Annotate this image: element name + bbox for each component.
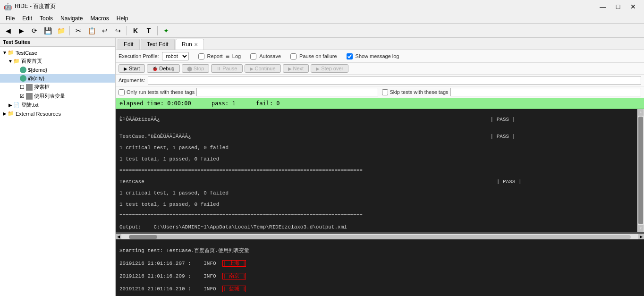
- execution-bar: Execution Profile: robot pybot jybot Rep…: [116, 50, 644, 63]
- report-label: Report: [207, 53, 223, 59]
- only-run-checkbox[interactable]: [119, 89, 125, 95]
- bottom-line-0: Starting test: TestCase.百度首页.使用列表变量: [119, 247, 640, 254]
- tab-run[interactable]: Run ✕: [176, 39, 204, 50]
- window-controls: — □ ✕: [596, 1, 640, 12]
- toolbar-sep-3: [157, 26, 158, 35]
- maximize-button[interactable]: □: [611, 1, 625, 12]
- toolbar-copy[interactable]: 📋: [85, 25, 98, 36]
- scrollbar-v[interactable]: ▲ ▼: [637, 109, 644, 232]
- skip-input[interactable]: [450, 88, 641, 96]
- skip-section: Skip tests with these tags: [382, 88, 642, 96]
- menu-bar: File Edit Tools Navigate Macros Help: [0, 13, 644, 24]
- menu-file[interactable]: File: [2, 14, 18, 23]
- toolbar-back[interactable]: ◀: [2, 25, 14, 36]
- pause-label: Pause on failure: [299, 53, 337, 59]
- tab-run-label: Run: [182, 41, 192, 48]
- minimize-button[interactable]: —: [596, 1, 610, 12]
- folder-icon-baidu: 📁: [13, 58, 20, 64]
- toolbar-k[interactable]: K: [129, 25, 142, 36]
- test-icon-search: [26, 84, 33, 91]
- tree-item-testcase[interactable]: ▼ 📁 TestCase: [0, 49, 115, 57]
- toolbar-save[interactable]: 💾: [42, 25, 54, 36]
- output-line-7: 1 critical test, 1 passed, 0 failed: [119, 190, 640, 196]
- toolbar-t[interactable]: T: [143, 25, 155, 36]
- tab-edit-label: Edit: [124, 41, 134, 48]
- pause-button[interactable]: ⏸ Pause: [211, 64, 242, 73]
- checkbox-list-var: ☑: [20, 93, 25, 99]
- var-icon-demo: [20, 67, 26, 73]
- output-bottom: Starting test: TestCase.百度首页.使用列表变量 2019…: [116, 239, 644, 296]
- output-line-9: Output: C:\Users\ADMINI~1\AppData\Local\…: [119, 224, 640, 230]
- toolbar-open[interactable]: 📁: [55, 25, 67, 36]
- file-icon-login: 📄: [13, 102, 20, 108]
- expand-external[interactable]: ▶: [2, 111, 8, 116]
- show-message-checkbox[interactable]: [347, 53, 353, 59]
- continue-button[interactable]: ▶ Continue: [245, 64, 281, 73]
- highlight-yancheng: | 盐城 |: [222, 286, 246, 292]
- folder-icon-external: 📁: [8, 110, 14, 117]
- tree-label-list-var: 使用列表变量: [34, 93, 65, 100]
- pause-label: Pause: [222, 66, 237, 71]
- toolbar-sep-1: [69, 26, 70, 35]
- profile-select[interactable]: robot pybot jybot: [162, 52, 189, 60]
- bottom-line-1: 20191216 21:01:16.207 : INFO | 上海 |: [119, 260, 640, 267]
- tree-item-external[interactable]: ▶ 📁 External Resources: [0, 110, 115, 118]
- step-over-button[interactable]: ▶ Step over: [311, 64, 348, 73]
- tree-item-list-var[interactable]: ☑ 使用列表变量: [0, 92, 115, 101]
- autosave-checkbox[interactable]: [250, 53, 256, 59]
- debug-button[interactable]: 🐞 Debug: [147, 64, 179, 73]
- menu-navigate[interactable]: Navigate: [57, 14, 86, 23]
- tab-edit[interactable]: Edit: [118, 39, 140, 50]
- only-run-input[interactable]: [196, 88, 378, 96]
- pause-checkbox[interactable]: [290, 53, 297, 59]
- start-icon: ▶: [124, 66, 127, 71]
- arguments-input[interactable]: [148, 76, 641, 85]
- output-area: È¹ÔÃÃÐ±i±eÃÂ¿ | PASS | TestCase.°ùÈúÊÚÄÃ…: [116, 109, 644, 296]
- output-line-5: 1 test total, 1 passed, 0 failed: [119, 156, 640, 162]
- test-icon-list-var: [26, 93, 33, 100]
- toolbar-reload[interactable]: ⟳: [28, 25, 41, 36]
- menu-macros[interactable]: Macros: [86, 14, 112, 23]
- close-button[interactable]: ✕: [626, 1, 640, 12]
- tree-label-city: @{city}: [28, 76, 44, 81]
- toolbar-undo[interactable]: ↩: [99, 25, 111, 36]
- tree-item-search[interactable]: ☐ 搜索框: [0, 83, 115, 92]
- tree-item-demo[interactable]: ${demo}: [0, 66, 115, 74]
- toolbar-forward[interactable]: ▶: [15, 25, 27, 36]
- tab-run-close[interactable]: ✕: [194, 42, 198, 47]
- expand-baidu[interactable]: ▼: [8, 59, 13, 64]
- menu-tools[interactable]: Tools: [36, 14, 57, 23]
- skip-checkbox[interactable]: [382, 89, 388, 95]
- menu-edit[interactable]: Edit: [18, 14, 36, 23]
- menu-help[interactable]: Help: [113, 14, 132, 23]
- report-checkbox[interactable]: [198, 53, 204, 59]
- start-button[interactable]: ▶ Start: [119, 64, 145, 73]
- continue-label: Continue: [255, 66, 276, 71]
- expand-login[interactable]: ▶: [8, 102, 13, 108]
- app-icon: 🤖: [4, 3, 12, 10]
- scroll-left[interactable]: ◀: [116, 234, 121, 240]
- next-icon: ▶: [288, 66, 292, 71]
- tab-bar: Edit Text Edit Run ✕: [116, 38, 644, 50]
- toolbar-run[interactable]: ✦: [160, 25, 172, 36]
- left-panel: Test Suites ▼ 📁 TestCase ▼ 📁 百度首页 ${demo…: [0, 38, 116, 296]
- toolbar: ◀ ▶ ⟳ 💾 📁 ✂ 📋 ↩ ↪ K T ✦: [0, 24, 644, 38]
- scroll-down[interactable]: ▼: [638, 225, 644, 232]
- tree-label-testcase: TestCase: [16, 50, 37, 56]
- tree-item-city[interactable]: @{city}: [0, 74, 115, 83]
- scroll-right[interactable]: ▶: [638, 234, 644, 240]
- tab-text-edit[interactable]: Text Edit: [141, 39, 175, 50]
- step-over-icon: ▶: [316, 66, 320, 71]
- tree-item-login[interactable]: ▶ 📄 登陆.txt: [0, 101, 115, 110]
- expand-testcase[interactable]: ▼: [2, 50, 8, 55]
- toolbar-redo[interactable]: ↪: [112, 25, 124, 36]
- tree-label-baidu: 百度首页: [21, 58, 42, 65]
- scroll-up[interactable]: ▲: [638, 109, 644, 116]
- next-button[interactable]: ▶ Next: [283, 64, 309, 73]
- stop-button[interactable]: ⬤ Stop: [182, 64, 210, 73]
- debug-label: Debug: [159, 66, 174, 71]
- tags-bar: Only run tests with these tags Skip test…: [116, 86, 644, 98]
- bottom-line-2: 20191216 21:01:16.209 : INFO | 南京 |: [119, 272, 640, 279]
- tree-item-baidu[interactable]: ▼ 📁 百度首页: [0, 57, 115, 66]
- toolbar-cut[interactable]: ✂: [72, 25, 85, 36]
